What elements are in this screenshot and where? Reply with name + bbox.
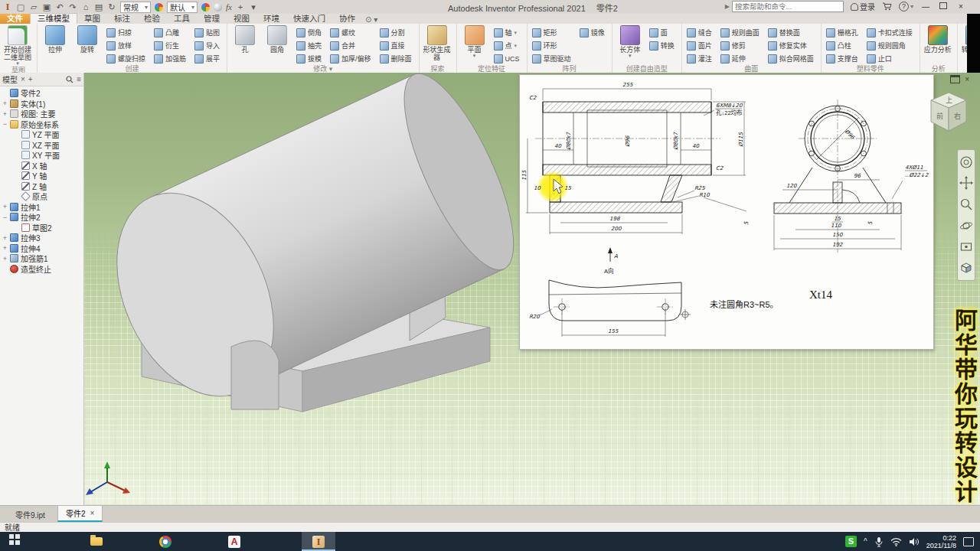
minimize-button[interactable]: —: [920, 2, 931, 11]
ribbon-small-button[interactable]: 规则圆角: [864, 39, 917, 52]
sign-in-button[interactable]: 登录: [851, 1, 875, 12]
ribbon-tab[interactable]: 文件: [0, 14, 30, 24]
ribbon-small-button[interactable]: 螺纹: [328, 26, 376, 39]
ribbon-big-button[interactable]: 旋转: [72, 24, 103, 54]
ribbon-small-button[interactable]: 矩形: [530, 26, 576, 39]
ribbon-small-button[interactable]: 导入: [192, 39, 224, 52]
ribbon-big-button[interactable]: 形状生成器: [422, 24, 452, 62]
qat-button[interactable]: ↶: [55, 2, 64, 12]
qat-overflow-icon[interactable]: ▾: [249, 2, 258, 12]
ribbon-big-button[interactable]: 拉伸: [40, 24, 70, 54]
ribbon-tab[interactable]: 管理: [197, 14, 227, 24]
taskbar-start-button[interactable]: [0, 532, 34, 551]
ribbon-big-button[interactable]: 开始创建二维草图 ▾: [2, 24, 33, 67]
tree-expander[interactable]: +: [2, 203, 8, 210]
ribbon-small-button[interactable]: 拔模: [294, 52, 326, 65]
measure-plus-icon[interactable]: +: [236, 2, 245, 12]
look-at-icon[interactable]: [959, 240, 973, 253]
ribbon-small-button[interactable]: 转换: [647, 39, 679, 52]
tree-item[interactable]: 零件2: [2, 88, 83, 99]
microphone-icon[interactable]: [874, 536, 884, 547]
zoom-icon[interactable]: [959, 197, 973, 211]
tree-item[interactable]: X 轴: [14, 161, 83, 171]
ribbon-small-button[interactable]: 镜像: [577, 26, 609, 39]
appearance-wheel-icon[interactable]: [155, 3, 163, 11]
close-button[interactable]: ×: [956, 2, 966, 11]
ribbon-tab[interactable]: 协作: [332, 14, 362, 24]
ribbon-tab[interactable]: 三维模型: [30, 13, 77, 24]
ribbon-small-button[interactable]: 栅格孔: [824, 26, 863, 39]
appearance-combo[interactable]: 默认▾: [167, 2, 198, 13]
ribbon-small-button[interactable]: 轴 ▾: [492, 26, 524, 39]
material-color-icon[interactable]: [201, 3, 210, 11]
ribbon-small-button[interactable]: 面片: [684, 39, 717, 52]
ribbon-small-button[interactable]: 缝合: [684, 26, 717, 39]
tree-expander[interactable]: +: [2, 99, 8, 107]
ribbon-small-button[interactable]: 直接: [377, 39, 416, 52]
assistant-icon[interactable]: ⊙ ▾: [365, 15, 377, 24]
taskbar-inventor[interactable]: I: [302, 532, 335, 551]
tree-item[interactable]: Z 轴: [14, 181, 83, 192]
ribbon-small-button[interactable]: 凸雕: [152, 26, 191, 39]
ribbon-small-button[interactable]: 扫掠: [104, 26, 150, 39]
close-tab-icon[interactable]: ×: [90, 509, 94, 517]
ribbon-tab[interactable]: 检验: [137, 14, 167, 24]
close-view-icon[interactable]: ×: [965, 75, 969, 83]
tree-item[interactable]: + 实体(1): [2, 99, 83, 109]
action-center-icon[interactable]: [963, 537, 974, 546]
document-tab[interactable]: 零件2 ×: [57, 505, 103, 522]
qat-button[interactable]: I: [3, 2, 12, 12]
ribbon-small-button[interactable]: 卡扣式连接: [864, 26, 917, 39]
orbit-icon[interactable]: [959, 219, 973, 233]
add-tab-icon[interactable]: +: [28, 75, 33, 83]
ribbon-small-button[interactable]: 加厚/偏移: [328, 52, 376, 65]
tree-item[interactable]: − 原始坐标系: [2, 119, 83, 130]
tree-item[interactable]: + 加强筋1: [2, 253, 83, 264]
tree-item[interactable]: + 视图: 主要: [2, 109, 83, 119]
view-cube[interactable]: 上 前 右: [926, 88, 971, 139]
ribbon-small-button[interactable]: UCS: [492, 52, 524, 65]
ribbon-big-button[interactable]: 圆角: [262, 24, 292, 54]
tree-item[interactable]: XY 平面: [14, 150, 83, 161]
close-icon[interactable]: ×: [21, 75, 25, 83]
tree-item[interactable]: 草图2: [14, 223, 83, 233]
tree-item[interactable]: XZ 平面: [14, 140, 83, 151]
navigation-wheel-icon[interactable]: [959, 155, 973, 169]
ribbon-small-button[interactable]: 延伸: [718, 52, 764, 65]
tree-item[interactable]: + 拉伸4: [2, 243, 83, 254]
taskbar-clock[interactable]: 0:22 2021/11/8: [926, 534, 956, 549]
ribbon-small-button[interactable]: 修剪: [718, 39, 764, 52]
ribbon-small-button[interactable]: 面: [647, 26, 679, 39]
tree-item[interactable]: 造型终止: [2, 264, 83, 275]
qat-button[interactable]: ▤: [94, 2, 103, 12]
ribbon-small-button[interactable]: 修复实体: [766, 39, 818, 52]
ribbon-small-button[interactable]: 环形: [530, 39, 576, 52]
pan-icon[interactable]: [959, 176, 973, 190]
search-expand-icon[interactable]: ▶: [725, 3, 730, 10]
ribbon-small-button[interactable]: 草图驱动: [530, 52, 576, 65]
taskbar-autocad[interactable]: A: [217, 532, 251, 551]
document-tab[interactable]: 零件9.ipt: [8, 507, 57, 522]
tree-expander[interactable]: +: [2, 234, 8, 242]
qat-button[interactable]: ↷: [68, 2, 77, 12]
ribbon-big-button[interactable]: 平面 ▾: [459, 24, 490, 59]
ribbon-small-button[interactable]: 拟合网格面: [766, 52, 818, 65]
ribbon-tab[interactable]: 工具: [167, 14, 197, 24]
tree-expander[interactable]: +: [2, 244, 8, 252]
taskbar-chrome[interactable]: [149, 532, 182, 551]
ribbon-tab[interactable]: 环境: [256, 14, 286, 24]
ribbon-small-button[interactable]: 止口: [864, 52, 917, 65]
ribbon-tab[interactable]: 快速入门: [286, 14, 332, 24]
tree-item[interactable]: Y 轴: [14, 171, 83, 181]
qat-button[interactable]: ↻: [107, 2, 116, 12]
taskbar-file-explorer[interactable]: [80, 532, 113, 551]
ribbon-big-button[interactable]: 长方体 ▾: [615, 24, 645, 59]
ribbon-small-button[interactable]: 支撑台: [824, 52, 863, 65]
network-wifi-icon[interactable]: [890, 537, 902, 546]
parameters-fx-button[interactable]: fx: [226, 2, 232, 11]
store-cart-button[interactable]: [882, 2, 892, 11]
ribbon-small-button[interactable]: 替换面: [766, 26, 818, 39]
tree-item[interactable]: + 拉伸3: [2, 233, 83, 243]
filter-menu-icon[interactable]: ≡: [77, 75, 81, 83]
ribbon-small-button[interactable]: 灌注: [684, 52, 717, 65]
